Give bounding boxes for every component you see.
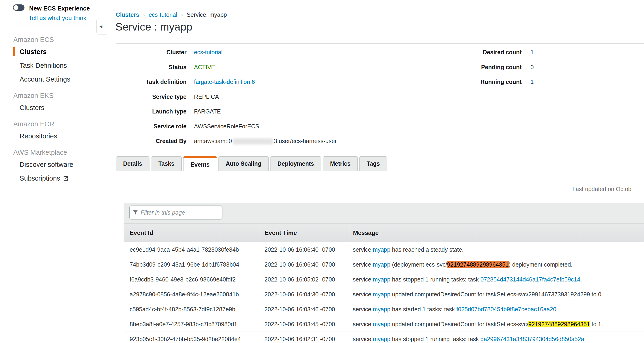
detail-label-desired-count: Desired count (464, 49, 522, 56)
message-cell: service myapp has reached a steady state… (349, 246, 644, 253)
new-ecs-experience-toggle[interactable] (13, 4, 24, 11)
events-panel: Event IdEvent TimeMessage ec9e1d94-9aca-… (124, 203, 644, 343)
detail-value-desired-count: 1 (530, 49, 534, 56)
nav-section-header-amazon-ecs: Amazon ECS (13, 36, 106, 43)
message-link[interactable]: myapp (373, 291, 390, 298)
message-text: updated computedDesiredCount for taskSet… (390, 291, 603, 298)
message-text: has started 1 tasks: task (390, 306, 456, 313)
tab-metrics[interactable]: Metrics (323, 156, 358, 171)
toggle-knob (14, 5, 18, 10)
message-text: has reached a steady state. (390, 246, 464, 253)
detail-label-running-count: Running count (464, 78, 522, 85)
sidebar-item-label: Discover software (20, 161, 73, 168)
service-details: Clusterecs-tutorialStatusACTIVETask defi… (116, 45, 337, 149)
collapse-arrow-icon: ◀ (99, 24, 102, 28)
message-text: . (556, 306, 558, 313)
sidebar-item-repositories[interactable]: Repositories (0, 129, 106, 143)
nav-section-header-aws-marketplace: AWS Marketplace (13, 149, 106, 156)
filter-box (129, 206, 222, 220)
message-text: has stopped 1 running tasks: task (390, 336, 480, 342)
event-time-cell: 2022-10-06 16:06:40 -0700 (261, 261, 349, 268)
sidebar-item-label: Clusters (20, 104, 44, 112)
detail-value-launch-type: FARGATE (194, 108, 337, 115)
breadcrumb-ecs-tutorial[interactable]: ecs-tutorial (149, 11, 177, 18)
sidebar-item-label: Repositories (20, 132, 57, 140)
message-cell: service myapp updated computedDesiredCou… (349, 321, 644, 328)
search-highlight-yellow: 9219274889298964351 (528, 321, 590, 328)
breadcrumb-separator: › (143, 11, 145, 18)
message-link[interactable]: f025d07bd780454b9f8e7cebac16aa20 (456, 306, 556, 313)
table-row: 74bb3d09-c209-43a1-96be-1db1f6783b042022… (124, 257, 644, 272)
message-text: to 1. (590, 321, 603, 328)
external-link-icon (63, 176, 68, 181)
sidebar-item-clusters[interactable]: Clusters (0, 101, 106, 115)
detail-value-created-by: arn:aws:iam::03:user/ecs-harness-user (194, 138, 337, 144)
detail-value-task-definition[interactable]: fargate-task-definition:6 (194, 78, 337, 85)
detail-value-pending-count: 0 (530, 64, 534, 71)
message-text: ) deployment completed. (509, 261, 573, 268)
nav-section-header-amazon-eks: Amazon EKS (13, 92, 106, 99)
event-id-cell: ec9e1d94-9aca-45b4-a4a1-7823030fe84b (124, 246, 261, 253)
sidebar-item-clusters[interactable]: Clusters (0, 45, 106, 59)
tab-auto-scaling[interactable]: Auto Scaling (218, 156, 268, 171)
message-link[interactable]: myapp (373, 321, 390, 328)
sidebar-item-label: Clusters (20, 48, 47, 56)
sidebar-collapse-handle[interactable]: ◀ (96, 18, 107, 34)
message-cell: service myapp has stopped 1 running task… (349, 336, 644, 343)
message-link[interactable]: myapp (373, 306, 390, 313)
message-link[interactable]: myapp (373, 276, 390, 283)
message-text: service (353, 291, 373, 298)
event-time-cell: 2022-10-06 16:03:45 -0700 (261, 321, 349, 328)
event-time-cell: 2022-10-06 16:04:30 -0700 (261, 291, 349, 298)
tab-events[interactable]: Events (183, 156, 217, 171)
detail-label-service-role: Service role (116, 123, 186, 130)
tab-tasks[interactable]: Tasks (151, 156, 182, 171)
message-link[interactable]: da29967431a3483794304d56d850a52a (480, 336, 584, 342)
sidebar-item-label: Task Definitions (20, 62, 67, 69)
message-cell: service myapp has stopped 1 running task… (349, 276, 644, 283)
detail-label-pending-count: Pending count (464, 64, 522, 71)
message-link[interactable]: 072854d473144d46a17fa4c7efb59c14 (480, 276, 580, 283)
message-text: service (353, 261, 373, 268)
redacted-account-id (233, 138, 273, 144)
detail-value-cluster[interactable]: ecs-tutorial (194, 49, 337, 56)
sidebar-item-task-definitions[interactable]: Task Definitions (0, 59, 106, 72)
message-cell: service myapp updated computedDesiredCou… (349, 291, 644, 298)
detail-value-running-count: 1 (530, 78, 534, 85)
nav-section-header-amazon-ecr: Amazon ECR (13, 120, 106, 128)
new-ecs-experience-label: New ECS Experience (29, 5, 90, 12)
events-table-header: Event IdEvent TimeMessage (124, 223, 644, 242)
title-divider (116, 43, 644, 43)
service-counts: Desired count1Pending count0Running coun… (464, 45, 534, 89)
event-id-cell: f6a9cdb3-9460-49e3-b2c6-98669e40fdf2 (124, 276, 261, 283)
table-row: a2978c90-0856-4a8e-9f4c-12eae260841b2022… (124, 287, 644, 302)
detail-value-status: ACTIVE (194, 64, 337, 71)
message-text: service (353, 321, 373, 328)
message-text: service (353, 336, 373, 342)
sidebar-item-account-settings[interactable]: Account Settings (0, 72, 106, 86)
filter-input[interactable] (140, 209, 219, 216)
tab-details[interactable]: Details (116, 156, 150, 171)
tell-us-link[interactable]: Tell us what you think (29, 14, 86, 22)
detail-value-service-type: REPLICA (194, 93, 337, 100)
message-link[interactable]: myapp (373, 336, 390, 342)
sidebar-item-subscriptions[interactable]: Subscriptions (0, 171, 106, 185)
tab-deployments[interactable]: Deployments (270, 156, 321, 171)
event-time-cell: 2022-10-06 16:02:31 -0700 (261, 336, 349, 343)
sidebar: New ECS Experience Tell us what you thin… (0, 0, 106, 343)
page-title: Service : myapp (116, 20, 192, 33)
breadcrumb: Clusters›ecs-tutorial›Service: myapp (116, 11, 227, 18)
sidebar-item-discover-software[interactable]: Discover software (0, 158, 106, 171)
message-link[interactable]: myapp (373, 246, 390, 253)
table-row: ec9e1d94-9aca-45b4-a4a1-7823030fe84b2022… (124, 242, 644, 257)
message-link[interactable]: myapp (373, 261, 390, 268)
detail-label-task-definition: Task definition (116, 78, 186, 85)
detail-label-cluster: Cluster (116, 49, 186, 56)
main-content: Clusters›ecs-tutorial›Service: myapp Ser… (106, 0, 644, 343)
events-table: Event IdEvent TimeMessage ec9e1d94-9aca-… (124, 223, 644, 343)
table-row: 923b05c1-30b2-47bb-b535-9d2be22084e42022… (124, 332, 644, 343)
message-text: service (353, 246, 373, 253)
message-text: service (353, 276, 373, 283)
breadcrumb-clusters[interactable]: Clusters (116, 11, 139, 18)
tab-tags[interactable]: Tags (359, 156, 387, 171)
